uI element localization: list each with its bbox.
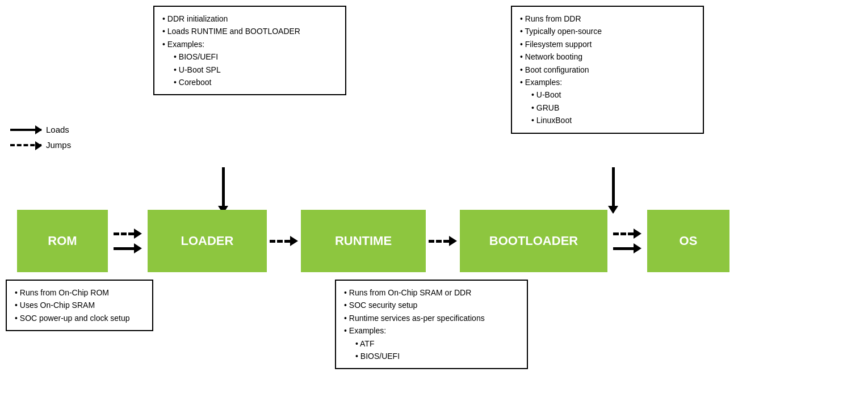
legend: Loads Jumps — [10, 125, 71, 155]
loader-label: LOADER — [181, 234, 234, 248]
rom-info-box: Runs from On-Chip ROM Uses On-Chip SRAM … — [6, 280, 153, 331]
rom-info-item-3: SOC power-up and clock setup — [15, 312, 144, 324]
loader-down-arrow-line — [222, 167, 225, 206]
runtime-example-2: BIOS/UEFI — [355, 350, 519, 362]
bootloader-to-os-solid-arrow — [613, 243, 641, 253]
rom-info-item-2: Uses On-Chip SRAM — [15, 299, 144, 311]
bootloader-info-box: Runs from DDR Typically open-source File… — [511, 6, 704, 134]
legend-dashed-label: Jumps — [46, 140, 71, 150]
solid-line — [114, 247, 134, 250]
runtime-info-item-3: Runtime services as-per specifications — [344, 312, 519, 324]
runtime-to-bootloader-connector — [426, 210, 460, 272]
solid-arrowhead — [134, 243, 142, 253]
runtime-example-1: ATF — [355, 337, 519, 350]
loader-info-box: DDR initialization Loads RUNTIME and BOO… — [153, 6, 346, 95]
runtime-info-item-2: SOC security setup — [344, 299, 519, 311]
bootloader-info-list: Runs from DDR Typically open-source File… — [520, 12, 695, 127]
rom-to-loader-solid-arrow — [114, 243, 142, 253]
rom-info-list: Runs from On-Chip ROM Uses On-Chip SRAM … — [15, 286, 144, 324]
dashed-arrow-icon — [10, 144, 41, 146]
dashed-arrowhead-4 — [634, 229, 641, 239]
rom-to-loader-connector — [108, 210, 148, 272]
rom-label: ROM — [48, 234, 77, 248]
bootloader-info-item-1: Runs from DDR — [520, 12, 695, 25]
bootloader-example-1: U-Boot — [531, 88, 695, 101]
bootloader-example-2: GRUB — [531, 102, 695, 114]
solid-arrow-icon — [10, 129, 41, 131]
solid-line-2 — [613, 247, 634, 250]
loader-example-3: Coreboot — [174, 76, 337, 88]
loader-info-item-1: DDR initialization — [162, 12, 337, 25]
loader-info-item-3: Examples: BIOS/UEFI U-Boot SPL Coreboot — [162, 38, 337, 89]
runtime-examples-list: ATF BIOS/UEFI — [344, 337, 519, 363]
loader-to-runtime-dashed-arrow — [270, 236, 298, 246]
loader-examples-list: BIOS/UEFI U-Boot SPL Coreboot — [162, 50, 337, 88]
rom-info-item-1: Runs from On-Chip ROM — [15, 286, 144, 299]
dashed-line — [114, 232, 134, 235]
runtime-info-box: Runs from On-Chip SRAM or DDR SOC securi… — [335, 280, 528, 369]
runtime-to-bootloader-dashed-arrow — [429, 236, 457, 246]
loader-down-arrow — [218, 167, 228, 214]
loader-example-1: BIOS/UEFI — [174, 50, 337, 63]
bootloader-examples-list: U-Boot GRUB LinuxBoot — [520, 88, 695, 126]
bootloader-info-item-2: Typically open-source — [520, 25, 695, 37]
bootloader-down-arrow-line — [612, 167, 615, 206]
rom-box: ROM — [17, 210, 108, 272]
loader-example-2: U-Boot SPL — [174, 64, 337, 76]
loader-info-list: DDR initialization Loads RUNTIME and BOO… — [162, 12, 337, 88]
runtime-info-item-4: Examples: ATF BIOS/UEFI — [344, 324, 519, 362]
legend-solid-label: Loads — [46, 125, 69, 134]
diagram-container: Loads Jumps DDR initialization Loads RUN… — [0, 0, 868, 406]
os-label: OS — [680, 234, 698, 248]
dashed-line-3 — [429, 240, 449, 243]
dashed-arrowhead-2 — [290, 236, 298, 246]
os-box: OS — [647, 210, 729, 272]
dashed-line-2 — [270, 240, 290, 243]
legend-dashed: Jumps — [10, 140, 71, 150]
bootloader-to-os-dashed-arrow — [613, 229, 641, 239]
bootloader-box: BOOTLOADER — [460, 210, 607, 272]
bootloader-example-3: LinuxBoot — [531, 114, 695, 126]
bootloader-to-os-connector — [607, 210, 647, 272]
legend-solid: Loads — [10, 125, 71, 134]
runtime-info-item-1: Runs from On-Chip SRAM or DDR — [344, 286, 519, 299]
dashed-line-4 — [613, 232, 634, 235]
rom-to-loader-dashed-arrow — [114, 229, 142, 239]
runtime-box: RUNTIME — [301, 210, 426, 272]
bootloader-info-item-5: Boot configuration — [520, 64, 695, 76]
runtime-label: RUNTIME — [335, 234, 392, 248]
loader-info-item-2: Loads RUNTIME and BOOTLOADER — [162, 25, 337, 37]
loader-to-runtime-connector — [267, 210, 301, 272]
bootloader-info-item-4: Network booting — [520, 50, 695, 63]
loader-box: LOADER — [148, 210, 267, 272]
bootloader-down-arrow — [608, 167, 618, 214]
dashed-arrowhead-3 — [449, 236, 457, 246]
dashed-arrowhead — [134, 229, 142, 239]
bootloader-info-item-6: Examples: U-Boot GRUB LinuxBoot — [520, 76, 695, 127]
bootloader-info-item-3: Filesystem support — [520, 38, 695, 50]
runtime-info-list: Runs from On-Chip SRAM or DDR SOC securi… — [344, 286, 519, 362]
solid-arrowhead-2 — [634, 243, 641, 253]
flow-row: ROM LOADER RUNTIME — [17, 210, 729, 272]
bootloader-label: BOOTLOADER — [489, 234, 578, 248]
